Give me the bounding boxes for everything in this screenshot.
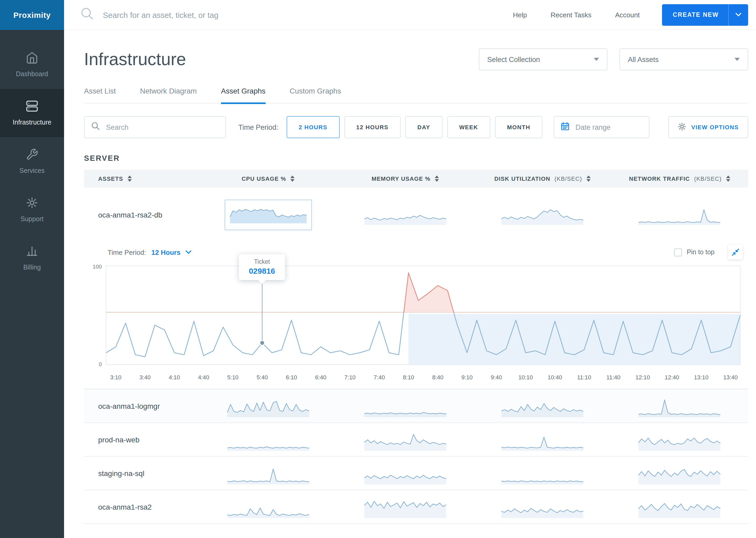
- network-sparkline[interactable]: [611, 495, 748, 519]
- cpu-sparkline[interactable]: [200, 461, 337, 485]
- cpu-sparkline[interactable]: [200, 495, 337, 519]
- sort-icon[interactable]: [290, 176, 295, 182]
- disk-sparkline[interactable]: [474, 204, 611, 226]
- memory-sparkline[interactable]: [337, 204, 474, 226]
- disk-sparkline[interactable]: [474, 495, 611, 519]
- tab-asset-list[interactable]: Asset List: [84, 87, 116, 104]
- column-label: NETWORK TRAFFIC: [629, 176, 690, 182]
- filter-bar: Time Period: 2 HOURS 12 HOURS DAY WEEK M…: [84, 116, 748, 138]
- disk-sparkline[interactable]: [474, 427, 611, 452]
- svg-text:4:10: 4:10: [169, 374, 180, 381]
- memory-sparkline[interactable]: [337, 394, 474, 418]
- column-header-assets[interactable]: ASSETS: [84, 176, 200, 182]
- sidebar-item-infrastructure[interactable]: Infrastructure: [0, 89, 64, 137]
- ticket-tooltip[interactable]: Ticket 029816: [239, 254, 285, 280]
- cpu-sparkline[interactable]: [200, 394, 337, 418]
- tab-network-diagram[interactable]: Network Diagram: [140, 87, 197, 104]
- help-link[interactable]: Help: [513, 11, 527, 19]
- network-sparkline[interactable]: [611, 427, 748, 452]
- chevron-down-icon[interactable]: [185, 250, 192, 254]
- column-header-disk[interactable]: DISK UTILIZATION (KB/SEC): [474, 176, 611, 182]
- disk-sparkline[interactable]: [474, 394, 611, 418]
- table-search: [84, 116, 226, 138]
- chart-time-period-dropdown[interactable]: 12 Hours: [151, 248, 180, 256]
- tooltip-ticket-number[interactable]: 029816: [239, 266, 285, 275]
- table-row[interactable]: staging-na-sql: [84, 457, 748, 490]
- search-icon: [80, 7, 94, 23]
- svg-text:13:10: 13:10: [694, 374, 708, 381]
- network-sparkline[interactable]: [611, 204, 748, 226]
- view-options-label: VIEW OPTIONS: [691, 124, 739, 130]
- column-label: MEMORY USAGE %: [371, 176, 431, 182]
- sidebar-item-services[interactable]: Services: [0, 137, 64, 186]
- svg-text:5:10: 5:10: [227, 374, 239, 381]
- svg-text:10:10: 10:10: [518, 374, 533, 381]
- svg-text:12:10: 12:10: [636, 374, 650, 381]
- brand-logo[interactable]: Proximity: [0, 0, 64, 30]
- pin-to-top-group: Pin to top: [674, 248, 715, 256]
- svg-text:6:40: 6:40: [315, 374, 326, 381]
- period-week[interactable]: WEEK: [447, 116, 490, 138]
- topbar: Help Recent Tasks Account CREATE NEW: [64, 0, 756, 30]
- column-header-memory[interactable]: MEMORY USAGE %: [337, 176, 474, 182]
- svg-text:8:40: 8:40: [432, 374, 443, 381]
- view-options-button[interactable]: VIEW OPTIONS: [668, 116, 748, 138]
- memory-sparkline[interactable]: [337, 427, 474, 452]
- assets-dropdown-value: All Assets: [628, 55, 659, 63]
- svg-text:10:40: 10:40: [547, 374, 562, 381]
- sidebar-item-support[interactable]: Support: [0, 186, 64, 234]
- global-search-input[interactable]: [102, 10, 328, 20]
- period-12-hours[interactable]: 12 HOURS: [344, 116, 401, 138]
- tab-custom-graphs[interactable]: Custom Graphs: [290, 87, 341, 104]
- sort-icon[interactable]: [435, 176, 439, 182]
- table-search-input[interactable]: [105, 123, 218, 132]
- svg-text:11:10: 11:10: [577, 374, 591, 381]
- table-row[interactable]: oca-anma1-rsa2-db: [84, 188, 748, 242]
- recent-tasks-link[interactable]: Recent Tasks: [551, 11, 592, 19]
- sort-icon[interactable]: [586, 176, 591, 182]
- date-range-placeholder: Date range: [575, 123, 611, 131]
- pin-to-top-checkbox[interactable]: [674, 248, 682, 256]
- asset-table: ASSETS CPU USAGE % MEMORY USAGE % DISK U…: [84, 170, 748, 524]
- svg-text:3:40: 3:40: [139, 374, 151, 381]
- table-header: ASSETS CPU USAGE % MEMORY USAGE % DISK U…: [84, 170, 748, 188]
- sort-icon[interactable]: [127, 176, 131, 182]
- memory-sparkline[interactable]: [337, 495, 474, 519]
- network-sparkline[interactable]: [611, 461, 748, 485]
- sidebar-item-dashboard[interactable]: Dashboard: [0, 40, 64, 89]
- page-title: Infrastructure: [84, 48, 479, 71]
- cpu-sparkline[interactable]: [200, 427, 337, 452]
- tab-asset-graphs[interactable]: Asset Graphs: [221, 87, 266, 104]
- chart-controls: Time Period: 12 Hours Pin to top: [84, 244, 748, 261]
- period-month[interactable]: MONTH: [495, 116, 543, 138]
- column-header-network[interactable]: NETWORK TRAFFIC (KB/SEC): [611, 176, 748, 182]
- memory-sparkline[interactable]: [337, 461, 474, 485]
- table-row[interactable]: oca-anma1-rsa2: [84, 490, 748, 524]
- table-row[interactable]: prod-na-web: [84, 423, 748, 457]
- cpu-usage-chart[interactable]: 3:103:404:104:405:105:406:106:407:107:40…: [84, 263, 748, 385]
- create-new-button[interactable]: CREATE NEW: [662, 4, 748, 26]
- collapse-chart-button[interactable]: [728, 245, 743, 259]
- column-header-cpu[interactable]: CPU USAGE %: [200, 176, 337, 182]
- gear-icon: [678, 123, 686, 132]
- date-range-picker[interactable]: Date range: [554, 116, 649, 138]
- disk-sparkline[interactable]: [474, 461, 611, 485]
- sort-icon[interactable]: [726, 176, 730, 182]
- cpu-sparkline-selected[interactable]: [200, 199, 337, 230]
- asset-name: oca-anma1-rsa2: [84, 503, 200, 511]
- server-icon: [26, 100, 38, 114]
- assets-dropdown[interactable]: All Assets: [620, 48, 748, 71]
- table-row[interactable]: oca-anma1-logmgr: [84, 389, 748, 423]
- pin-to-top-label: Pin to top: [687, 248, 715, 256]
- svg-text:7:10: 7:10: [344, 374, 356, 381]
- network-sparkline[interactable]: [611, 394, 748, 418]
- sidebar-item-billing[interactable]: Billing: [0, 234, 64, 282]
- content: Infrastructure Select Collection All Ass…: [64, 30, 756, 538]
- period-2-hours[interactable]: 2 HOURS: [287, 116, 339, 138]
- tabs: Asset List Network Diagram Asset Graphs …: [84, 87, 748, 103]
- chevron-down-icon[interactable]: [729, 13, 748, 17]
- collection-dropdown[interactable]: Select Collection: [479, 48, 607, 71]
- svg-text:0: 0: [99, 361, 102, 367]
- period-day[interactable]: DAY: [405, 116, 442, 138]
- account-link[interactable]: Account: [615, 11, 640, 19]
